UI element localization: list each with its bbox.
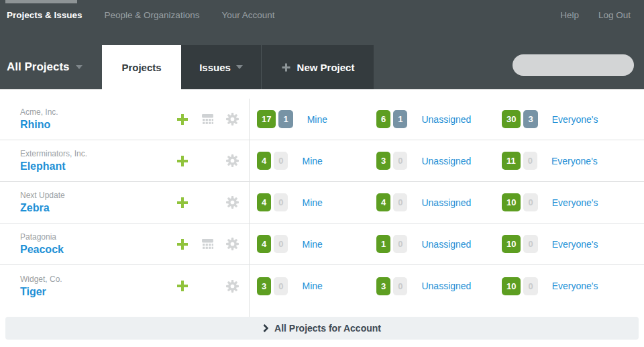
secondary-count-badge[interactable]: 0 (393, 235, 407, 253)
secondary-count-badge[interactable]: 1 (393, 110, 407, 128)
project-org: Patagonia (20, 232, 176, 242)
new-issue-button[interactable] (176, 279, 189, 293)
open-count-badge[interactable]: 17 (257, 110, 276, 128)
secondary-count-badge[interactable]: 0 (393, 277, 407, 295)
count-group: 4 0 Unassigned (376, 193, 502, 211)
new-issue-button[interactable] (176, 154, 189, 168)
plus-icon (176, 279, 189, 293)
new-issue-button[interactable] (176, 196, 189, 209)
count-filter-link[interactable]: Unassigned (421, 281, 471, 291)
project-link[interactable]: Tiger (20, 286, 46, 298)
plus-icon (176, 113, 189, 126)
search-input[interactable] (526, 60, 644, 70)
open-count-badge[interactable]: 10 (502, 277, 521, 295)
issue-counts: 4 0 Mine 3 0 Unassigned 11 0 Everyone's (249, 152, 644, 170)
open-count-badge[interactable]: 6 (376, 110, 390, 128)
open-count-badge[interactable]: 3 (376, 152, 390, 170)
project-actions (176, 113, 249, 126)
calendar-icon (201, 113, 214, 126)
secondary-count-badge[interactable]: 0 (274, 193, 288, 211)
project-row: Widget, Co. Tiger (0, 265, 644, 307)
count-filter-link[interactable]: Mine (302, 156, 322, 166)
secondary-count-badge[interactable]: 0 (523, 235, 537, 253)
project-cell: Patagonia Peacock (20, 232, 176, 256)
count-filter-link[interactable]: Mine (302, 281, 322, 291)
project-settings-button[interactable] (225, 154, 239, 168)
projects-section: Acme, Inc. Rhino (0, 89, 644, 340)
count-group: 1 0 Unassigned (376, 235, 502, 253)
open-count-badge[interactable]: 3 (376, 277, 390, 295)
count-filter-link[interactable]: Mine (307, 114, 327, 125)
open-count-badge[interactable]: 4 (257, 235, 271, 253)
project-link[interactable]: Elephant (20, 160, 66, 172)
new-issue-button[interactable] (176, 113, 189, 126)
primary-nav: Projects & Issues People & Organizations… (0, 0, 644, 30)
nav-item-help[interactable]: Help (560, 10, 579, 20)
count-filter-link[interactable]: Mine (302, 239, 322, 250)
new-project-label: New Project (297, 62, 355, 73)
open-count-badge[interactable]: 4 (376, 193, 390, 211)
project-settings-button[interactable] (225, 238, 239, 251)
nav-item-log-out[interactable]: Log Out (598, 10, 631, 20)
secondary-count-badge[interactable]: 0 (523, 193, 537, 211)
project-org: Widget, Co. (20, 275, 176, 284)
open-count-badge[interactable]: 4 (257, 152, 271, 170)
project-actions (176, 196, 249, 209)
milestones-calendar-button[interactable] (201, 113, 214, 126)
tab-issues[interactable]: Issues (181, 45, 261, 89)
new-project-button[interactable]: New Project (261, 45, 374, 89)
count-filter-link[interactable]: Everyone's (552, 239, 598, 250)
new-issue-button[interactable] (176, 238, 189, 251)
project-actions (176, 279, 249, 293)
count-filter-link[interactable]: Unassigned (421, 197, 471, 208)
open-count-badge[interactable]: 30 (502, 110, 521, 128)
column-divider (249, 99, 250, 317)
open-count-badge[interactable]: 4 (257, 193, 271, 211)
plus-icon (281, 62, 291, 72)
secondary-count-badge[interactable]: 0 (393, 193, 407, 211)
count-filter-link[interactable]: Everyone's (552, 197, 598, 208)
secondary-count-badge[interactable]: 0 (274, 152, 288, 170)
secondary-count-badge[interactable]: 0 (274, 277, 288, 295)
nav-item-projects-issues[interactable]: Projects & Issues (7, 10, 83, 20)
nav-item-your-account[interactable]: Your Account (221, 10, 274, 20)
caret-down-icon (236, 65, 243, 69)
issue-counts: 4 0 Mine 4 0 Unassigned 10 0 Everyone's (249, 193, 644, 211)
secondary-count-badge[interactable]: 0 (393, 152, 407, 170)
open-count-badge[interactable]: 10 (502, 193, 521, 211)
count-filter-link[interactable]: Unassigned (421, 114, 471, 125)
count-filter-link[interactable]: Everyone's (551, 156, 598, 166)
open-count-badge[interactable]: 11 (502, 152, 521, 170)
count-filter-link[interactable]: Unassigned (421, 239, 471, 250)
nav-item-people-organizations[interactable]: People & Organizations (105, 10, 200, 20)
caret-down-icon (76, 65, 83, 69)
all-projects-for-account-link[interactable]: All Projects for Account (5, 317, 639, 340)
count-group: 4 0 Mine (257, 193, 376, 211)
issue-counts: 3 0 Mine 3 0 Unassigned 10 0 Everyone's (249, 277, 644, 295)
count-filter-link[interactable]: Mine (302, 197, 322, 208)
app-header: Projects & Issues People & Organizations… (0, 0, 644, 89)
project-settings-button[interactable] (225, 196, 239, 209)
secondary-count-badge[interactable]: 1 (278, 110, 292, 128)
project-settings-button[interactable] (225, 279, 239, 293)
all-projects-dropdown[interactable]: All Projects (7, 60, 83, 74)
count-filter-link[interactable]: Everyone's (552, 114, 598, 125)
tab-projects[interactable]: Projects (102, 45, 181, 89)
project-link[interactable]: Rhino (20, 119, 50, 131)
project-link[interactable]: Zebra (20, 202, 50, 214)
app-window: Projects & Issues People & Organizations… (0, 0, 644, 347)
secondary-count-badge[interactable]: 0 (523, 277, 537, 295)
secondary-count-badge[interactable]: 3 (523, 110, 537, 128)
milestones-calendar-button[interactable] (201, 238, 214, 251)
project-settings-button[interactable] (225, 113, 239, 126)
count-filter-link[interactable]: Everyone's (552, 281, 598, 291)
open-count-badge[interactable]: 3 (257, 277, 271, 295)
footer-link-label: All Projects for Account (274, 323, 381, 334)
gear-icon (226, 154, 239, 167)
count-filter-link[interactable]: Unassigned (421, 156, 471, 166)
secondary-count-badge[interactable]: 0 (523, 152, 537, 170)
open-count-badge[interactable]: 10 (502, 235, 521, 253)
open-count-badge[interactable]: 1 (376, 235, 390, 253)
project-link[interactable]: Peacock (20, 244, 64, 256)
secondary-count-badge[interactable]: 0 (274, 235, 288, 253)
